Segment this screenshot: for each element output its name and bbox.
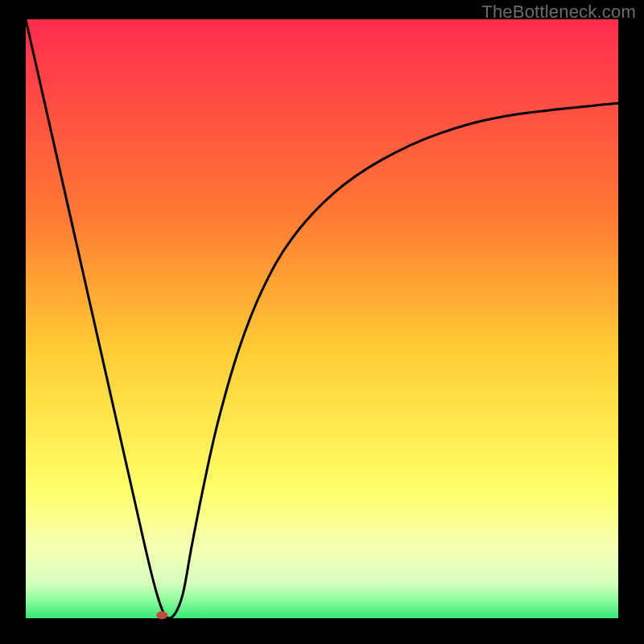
plot-background — [26, 19, 618, 618]
optimal-point-marker — [156, 611, 167, 619]
bottleneck-chart — [0, 0, 644, 644]
chart-container: TheBottleneck.com — [0, 0, 644, 644]
